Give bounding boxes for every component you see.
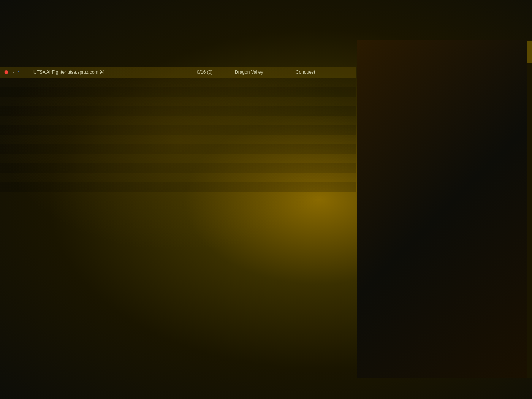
right-panel-content [357,40,532,378]
empty-server-rows [0,78,356,192]
server-rows[interactable]: 🔴 ▪ 🛡 UTSA AirFighter utsa.spruz.com 94 … [0,67,356,252]
shield-icon: 🛡 [17,69,23,75]
right-panel [357,40,532,378]
table-row[interactable]: 🔴 ▪ 🛡 UTSA AirFighter utsa.spruz.com 94 … [0,67,356,78]
game-mode-cell: Conquest [294,70,355,75]
server-name-cell: UTSA AirFighter utsa.spruz.com 94 [32,70,161,75]
server-table: SERVER NAME ⇅ PING ⇅ P [0,52,356,270]
map-name-cell: Dragon Valley [233,70,294,75]
flag-icon: ▪ [10,69,16,75]
players-cell: 0/16 (0) [195,70,233,75]
server-list-area: 🔴 ▪ 🛡 UTSA AirFighter utsa.spruz.com 94 … [0,67,356,252]
row-icons: 🔴 ▪ 🛡 [2,69,32,75]
lock-icon: 🔴 [3,69,9,75]
